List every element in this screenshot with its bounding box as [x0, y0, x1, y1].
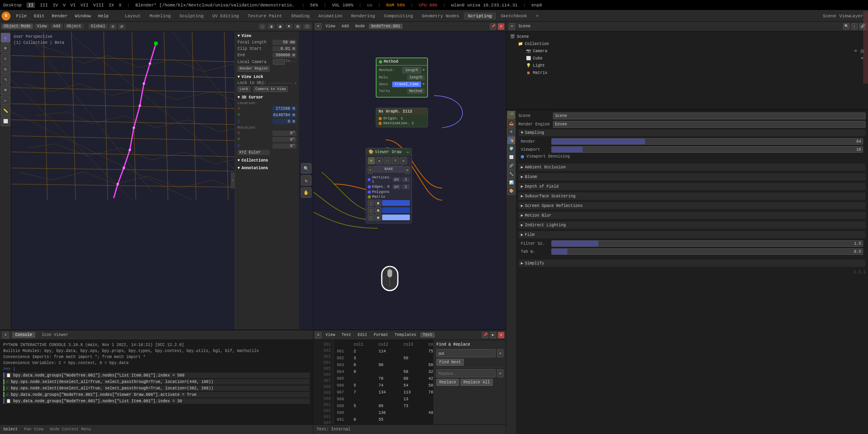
text-view-menu[interactable]: View [323, 332, 338, 338]
menu-render[interactable]: Render [49, 12, 71, 20]
replace-input[interactable] [436, 369, 495, 377]
motion-blur-section[interactable]: ▶ Motion Blur [518, 212, 866, 219]
color-picker-2[interactable]: ▣ [375, 200, 381, 206]
view-menu[interactable]: View [35, 24, 49, 29]
viewlock-section-header[interactable]: ▼ View Lock [237, 75, 297, 79]
rotation-mode-dropdown[interactable]: XYZ Euler [237, 150, 270, 155]
add-menu[interactable]: Add [51, 24, 63, 29]
text-file-selector[interactable]: Text [420, 332, 435, 338]
viewport-nav-pan[interactable]: ✋ [301, 187, 311, 198]
color-picker-6[interactable]: ▣ [375, 214, 381, 221]
indirect-lighting-header[interactable]: ▶ Indirect Lighting [518, 221, 866, 229]
snapping[interactable]: ⌀ [118, 24, 125, 29]
move-tool[interactable]: ✛ [1, 54, 10, 63]
film-section-header[interactable]: ▶ Film [518, 231, 866, 238]
outliner-sort[interactable]: ↕ [851, 23, 858, 30]
viewer-draw-node[interactable]: 🎨 Viewer Draw ✏ 👁 ● □ ⠿ ⚙ ▽ [366, 148, 412, 223]
ws-4[interactable]: IV [53, 3, 58, 8]
cursor-section-header[interactable]: ▼ 3D Cursor [237, 95, 297, 100]
object-mode-dropdown[interactable]: Object Mode [2, 24, 33, 29]
outliner-menu[interactable]: ≡ [509, 23, 515, 30]
vd-icon-dots[interactable]: ⠿ [392, 157, 399, 164]
annotate-tool[interactable]: ✏ [1, 96, 10, 105]
nx-graph-data-node[interactable]: Nx Graph. 2112 Origin. 1 Destination. 1 [376, 108, 428, 127]
camera-to-view-btn[interactable]: Camera to View [254, 86, 288, 92]
outliner-scene-root[interactable]: 🎬 Scene [506, 33, 868, 40]
viewport-shading-material[interactable]: ◕ [276, 24, 284, 29]
node-context-menu[interactable]: Node Context Menu [50, 427, 91, 432]
ws-sculpting[interactable]: Sculpting [176, 12, 207, 20]
render-region-btn[interactable]: Render Region [237, 66, 270, 72]
ws-shading[interactable]: Shading [287, 12, 313, 20]
vd-icon-eye[interactable]: 👁 [368, 157, 375, 164]
pan-view[interactable]: Pan View [24, 427, 43, 432]
ws-sketchbook[interactable]: Sketchbook [497, 12, 531, 20]
select-tool[interactable]: ↖ [1, 33, 10, 43]
icon-viewer-tab[interactable]: Icon Viewer [39, 332, 72, 338]
ws-5[interactable]: V [63, 3, 66, 8]
text-format-menu[interactable]: Format [371, 332, 391, 338]
props-tab-constraint[interactable]: 🔗 [507, 162, 515, 170]
menu-file[interactable]: File [13, 12, 30, 20]
viewport-denoise-toggle[interactable] [521, 155, 524, 158]
props-tab-render[interactable]: 🎬 [507, 111, 515, 119]
view-section-header[interactable]: ▼ View [237, 34, 297, 38]
text-edit-menu[interactable]: Edit [355, 332, 370, 338]
node-node-menu[interactable]: Node [353, 24, 367, 29]
collections-section-header[interactable]: ▼ Collections [237, 158, 297, 163]
vd-icon-circle[interactable]: ● [376, 157, 383, 164]
console-prompt[interactable]: >>> | [3, 366, 310, 372]
color-picker-3[interactable]: ⬚ [368, 207, 374, 213]
vd-icon-triangle[interactable]: ▽ [368, 166, 373, 174]
ws-9[interactable]: IX [108, 3, 114, 8]
travel-time-dropdown[interactable]: travel_time [392, 82, 421, 87]
overlay-toggle[interactable]: ⊞ [294, 24, 301, 29]
props-tab-material[interactable]: 🎨 [507, 187, 515, 195]
ws-modeling[interactable]: Modeling [145, 12, 175, 20]
ws-6[interactable]: VI [70, 3, 76, 8]
scale-tool[interactable]: ⤡ [1, 75, 10, 84]
outliner-item-light[interactable]: 💡 Light [506, 62, 868, 69]
find-input[interactable] [436, 349, 495, 357]
bake-button[interactable]: BAKE [374, 166, 404, 172]
replace-btn[interactable]: Replace [436, 379, 459, 386]
cursor-tool[interactable]: ⊕ [1, 43, 10, 53]
viewport-nav-rotate[interactable]: ↻ [301, 175, 311, 186]
ws-add[interactable]: + [532, 12, 543, 20]
text-editor-menu[interactable]: ≡ [315, 332, 321, 338]
text-text-menu[interactable]: Text [339, 332, 354, 338]
node-editor-menu[interactable]: ≡ [315, 23, 321, 30]
text-templates-menu[interactable]: Templates [392, 332, 419, 338]
outliner-item-matrix[interactable]: ▦ Matrix [506, 69, 868, 76]
active-workspace[interactable]: II [27, 2, 35, 8]
text-run-btn[interactable]: ▶ [490, 332, 496, 338]
sampling-section-header[interactable]: ▼ Sampling [518, 129, 866, 136]
color-picker-4[interactable]: ▣ [375, 207, 381, 213]
props-tab-data[interactable]: 📊 [507, 178, 515, 186]
outliner-collection[interactable]: 📁 Collection [506, 40, 868, 47]
ws-compositing[interactable]: Compositing [380, 12, 417, 20]
transform-pivot[interactable]: ⊙ [109, 24, 117, 29]
viewlayer-selector[interactable]: ViewLayer [839, 14, 863, 18]
ws-7[interactable]: VII [80, 3, 88, 8]
ws-layout[interactable]: Layout [121, 12, 145, 20]
ws-10[interactable]: X [119, 3, 122, 8]
viewport-shading-wire[interactable]: ⬚ [259, 24, 266, 29]
viewport-canvas[interactable]: User Perspective (1) Collection | Beta O… [11, 31, 313, 330]
replace-clear-btn[interactable]: ✕ [497, 369, 504, 377]
ws-8[interactable]: VIII [93, 3, 104, 8]
sidebar-toggle[interactable]: ‹ [231, 172, 235, 188]
outliner-filter[interactable]: 🔍 [843, 23, 850, 30]
console-tab[interactable]: Console [12, 332, 35, 338]
ws-scripting[interactable]: Scripting [464, 12, 495, 20]
simplify-section-header[interactable]: ▶ Simplify [518, 260, 866, 267]
node-editor-canvas[interactable]: Method Method: length ▼ Relu length [313, 31, 506, 330]
menu-help[interactable]: Help [95, 12, 112, 20]
menu-window[interactable]: Window [72, 12, 94, 20]
annotations-section-header[interactable]: ▼ Annotations [237, 166, 297, 170]
vd-icon-gear[interactable]: ⚙ [400, 157, 407, 164]
transform-tool[interactable]: ⊕ [1, 85, 10, 95]
color-picker-5[interactable]: ⬚ [368, 214, 374, 221]
vd-icon-square[interactable]: □ [384, 157, 391, 164]
camera-vis-btn[interactable]: 👁 [853, 48, 858, 54]
